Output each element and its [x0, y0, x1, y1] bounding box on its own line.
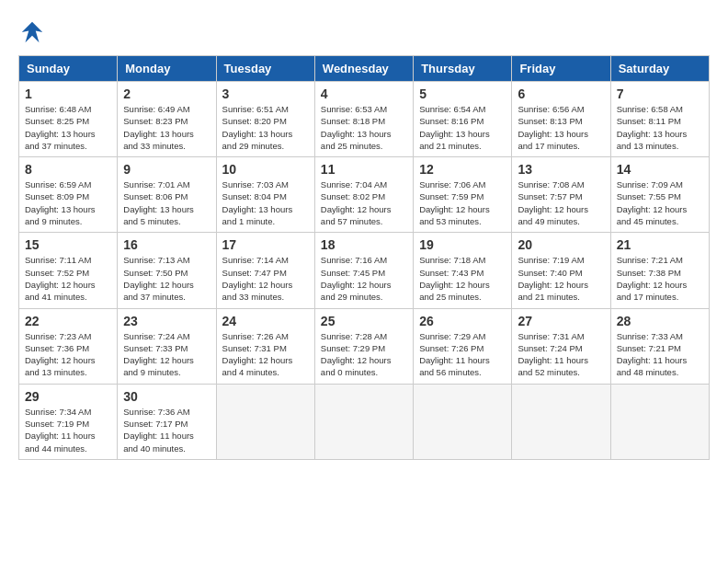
- day-number: 24: [222, 314, 309, 328]
- day-number: 13: [518, 162, 604, 177]
- day-number: 21: [617, 237, 703, 252]
- day-info: Sunrise: 7:31 AM Sunset: 7:24 PM Dayligh…: [518, 330, 604, 379]
- calendar-day: 8Sunrise: 6:59 AM Sunset: 8:09 PM Daylig…: [19, 157, 118, 233]
- day-number: 25: [321, 314, 407, 328]
- day-number: 22: [25, 314, 111, 328]
- svg-marker-0: [22, 22, 43, 43]
- calendar-day: [512, 384, 610, 459]
- day-info: Sunrise: 7:36 AM Sunset: 7:17 PM Dayligh…: [123, 406, 210, 454]
- day-info: Sunrise: 6:54 AM Sunset: 8:16 PM Dayligh…: [419, 103, 506, 152]
- day-info: Sunrise: 7:03 AM Sunset: 8:04 PM Dayligh…: [222, 178, 309, 227]
- calendar-day: 26Sunrise: 7:29 AM Sunset: 7:26 PM Dayli…: [414, 308, 512, 384]
- day-info: Sunrise: 7:21 AM Sunset: 7:38 PM Dayligh…: [617, 254, 703, 303]
- calendar-day: 28Sunrise: 7:33 AM Sunset: 7:21 PM Dayli…: [610, 308, 709, 384]
- day-number: 10: [222, 162, 309, 177]
- day-number: 2: [123, 86, 210, 101]
- day-info: Sunrise: 6:48 AM Sunset: 8:25 PM Dayligh…: [25, 103, 111, 152]
- day-number: 5: [419, 86, 506, 101]
- day-number: 11: [321, 162, 407, 177]
- calendar-header-row: SundayMondayTuesdayWednesdayThursdayFrid…: [19, 56, 710, 82]
- calendar-day: 2Sunrise: 6:49 AM Sunset: 8:23 PM Daylig…: [118, 82, 216, 157]
- weekday-header-saturday: Saturday: [610, 56, 709, 82]
- calendar-day: 25Sunrise: 7:28 AM Sunset: 7:29 PM Dayli…: [314, 308, 413, 384]
- day-number: 27: [518, 314, 604, 328]
- calendar-day: 5Sunrise: 6:54 AM Sunset: 8:16 PM Daylig…: [414, 82, 512, 157]
- day-info: Sunrise: 7:06 AM Sunset: 7:59 PM Dayligh…: [419, 178, 506, 227]
- calendar-day: 6Sunrise: 6:56 AM Sunset: 8:13 PM Daylig…: [512, 82, 610, 157]
- calendar-day: 22Sunrise: 7:23 AM Sunset: 7:36 PM Dayli…: [19, 308, 118, 384]
- day-info: Sunrise: 7:14 AM Sunset: 7:47 PM Dayligh…: [222, 254, 309, 303]
- day-info: Sunrise: 7:04 AM Sunset: 8:02 PM Dayligh…: [321, 178, 407, 227]
- day-info: Sunrise: 7:29 AM Sunset: 7:26 PM Dayligh…: [419, 330, 506, 379]
- day-info: Sunrise: 7:16 AM Sunset: 7:45 PM Dayligh…: [321, 254, 407, 303]
- day-number: 4: [321, 86, 407, 101]
- weekday-header-friday: Friday: [512, 56, 610, 82]
- day-info: Sunrise: 7:11 AM Sunset: 7:52 PM Dayligh…: [25, 254, 111, 303]
- day-info: Sunrise: 7:18 AM Sunset: 7:43 PM Dayligh…: [419, 254, 506, 303]
- calendar-day: 4Sunrise: 6:53 AM Sunset: 8:18 PM Daylig…: [314, 82, 413, 157]
- weekday-header-tuesday: Tuesday: [216, 56, 314, 82]
- calendar-day: 15Sunrise: 7:11 AM Sunset: 7:52 PM Dayli…: [19, 233, 118, 308]
- calendar-day: 1Sunrise: 6:48 AM Sunset: 8:25 PM Daylig…: [19, 82, 118, 157]
- calendar-day: 21Sunrise: 7:21 AM Sunset: 7:38 PM Dayli…: [610, 233, 709, 308]
- page-header: [18, 18, 710, 46]
- day-info: Sunrise: 7:24 AM Sunset: 7:33 PM Dayligh…: [123, 330, 210, 379]
- calendar-week-1: 1Sunrise: 6:48 AM Sunset: 8:25 PM Daylig…: [19, 82, 710, 157]
- day-number: 20: [518, 237, 604, 252]
- day-info: Sunrise: 7:23 AM Sunset: 7:36 PM Dayligh…: [25, 330, 111, 379]
- calendar-week-5: 29Sunrise: 7:34 AM Sunset: 7:19 PM Dayli…: [19, 384, 710, 459]
- day-number: 14: [617, 162, 703, 177]
- day-info: Sunrise: 6:53 AM Sunset: 8:18 PM Dayligh…: [321, 103, 407, 152]
- calendar-day: 20Sunrise: 7:19 AM Sunset: 7:40 PM Dayli…: [512, 233, 610, 308]
- day-number: 6: [518, 86, 604, 101]
- calendar-week-3: 15Sunrise: 7:11 AM Sunset: 7:52 PM Dayli…: [19, 233, 710, 308]
- calendar-day: 14Sunrise: 7:09 AM Sunset: 7:55 PM Dayli…: [610, 157, 709, 233]
- calendar-day: 18Sunrise: 7:16 AM Sunset: 7:45 PM Dayli…: [314, 233, 413, 308]
- logo-icon: [18, 18, 46, 46]
- calendar-day: 13Sunrise: 7:08 AM Sunset: 7:57 PM Dayli…: [512, 157, 610, 233]
- day-number: 29: [25, 389, 111, 404]
- calendar-day: 27Sunrise: 7:31 AM Sunset: 7:24 PM Dayli…: [512, 308, 610, 384]
- day-number: 26: [419, 314, 506, 328]
- day-number: 17: [222, 237, 309, 252]
- day-info: Sunrise: 6:59 AM Sunset: 8:09 PM Dayligh…: [25, 178, 111, 227]
- weekday-header-wednesday: Wednesday: [314, 56, 413, 82]
- day-info: Sunrise: 6:49 AM Sunset: 8:23 PM Dayligh…: [123, 103, 210, 152]
- day-number: 3: [222, 86, 309, 101]
- day-number: 1: [25, 86, 111, 101]
- calendar-day: 12Sunrise: 7:06 AM Sunset: 7:59 PM Dayli…: [414, 157, 512, 233]
- calendar-day: [216, 384, 314, 459]
- day-number: 9: [123, 162, 210, 177]
- calendar-day: 11Sunrise: 7:04 AM Sunset: 8:02 PM Dayli…: [314, 157, 413, 233]
- calendar-day: 7Sunrise: 6:58 AM Sunset: 8:11 PM Daylig…: [610, 82, 709, 157]
- calendar-body: 1Sunrise: 6:48 AM Sunset: 8:25 PM Daylig…: [19, 82, 710, 460]
- day-info: Sunrise: 7:09 AM Sunset: 7:55 PM Dayligh…: [617, 178, 703, 227]
- calendar-day: 29Sunrise: 7:34 AM Sunset: 7:19 PM Dayli…: [19, 384, 118, 459]
- day-number: 16: [123, 237, 210, 252]
- day-number: 12: [419, 162, 506, 177]
- day-info: Sunrise: 6:51 AM Sunset: 8:20 PM Dayligh…: [222, 103, 309, 152]
- day-number: 15: [25, 237, 111, 252]
- day-number: 18: [321, 237, 407, 252]
- day-number: 30: [123, 389, 210, 404]
- calendar-day: 16Sunrise: 7:13 AM Sunset: 7:50 PM Dayli…: [118, 233, 216, 308]
- day-info: Sunrise: 7:19 AM Sunset: 7:40 PM Dayligh…: [518, 254, 604, 303]
- day-info: Sunrise: 7:33 AM Sunset: 7:21 PM Dayligh…: [617, 330, 703, 379]
- calendar-day: 3Sunrise: 6:51 AM Sunset: 8:20 PM Daylig…: [216, 82, 314, 157]
- calendar-day: 19Sunrise: 7:18 AM Sunset: 7:43 PM Dayli…: [414, 233, 512, 308]
- day-info: Sunrise: 6:56 AM Sunset: 8:13 PM Dayligh…: [518, 103, 604, 152]
- calendar-day: 23Sunrise: 7:24 AM Sunset: 7:33 PM Dayli…: [118, 308, 216, 384]
- day-info: Sunrise: 7:34 AM Sunset: 7:19 PM Dayligh…: [25, 406, 111, 454]
- calendar-day: [414, 384, 512, 459]
- day-info: Sunrise: 7:26 AM Sunset: 7:31 PM Dayligh…: [222, 330, 309, 379]
- day-info: Sunrise: 6:58 AM Sunset: 8:11 PM Dayligh…: [617, 103, 703, 152]
- calendar-day: 24Sunrise: 7:26 AM Sunset: 7:31 PM Dayli…: [216, 308, 314, 384]
- weekday-header-monday: Monday: [118, 56, 216, 82]
- day-info: Sunrise: 7:08 AM Sunset: 7:57 PM Dayligh…: [518, 178, 604, 227]
- weekday-header-thursday: Thursday: [414, 56, 512, 82]
- day-number: 8: [25, 162, 111, 177]
- calendar-day: [314, 384, 413, 459]
- calendar-week-4: 22Sunrise: 7:23 AM Sunset: 7:36 PM Dayli…: [19, 308, 710, 384]
- calendar-day: 9Sunrise: 7:01 AM Sunset: 8:06 PM Daylig…: [118, 157, 216, 233]
- day-number: 23: [123, 314, 210, 328]
